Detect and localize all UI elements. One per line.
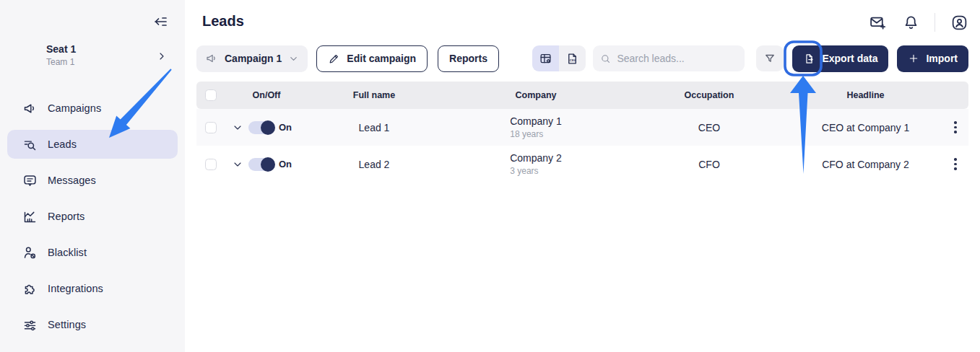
onoff-toggle[interactable] <box>248 158 273 171</box>
chevron-right-icon <box>156 50 168 62</box>
lead-company: Company 1 <box>510 115 562 127</box>
sidebar-item-leads[interactable]: Leads <box>7 130 178 159</box>
search-input[interactable] <box>617 53 737 64</box>
sliders-icon <box>22 317 38 333</box>
column-header-occupation: Occupation <box>630 90 789 100</box>
plus-icon <box>908 53 919 64</box>
header-divider <box>935 13 935 32</box>
user-avatar-icon[interactable] <box>950 13 968 32</box>
seat-selector[interactable]: Seat 1 Team 1 <box>0 43 185 67</box>
sidebar-item-label: Leads <box>48 138 77 150</box>
export-data-button[interactable]: Export data <box>792 45 888 72</box>
csv-view-button[interactable]: CSV <box>559 45 586 71</box>
collapse-sidebar-icon[interactable] <box>150 12 170 32</box>
sidebar-item-integrations[interactable]: Integrations <box>7 274 178 303</box>
sidebar-item-blacklist[interactable]: Blacklist <box>7 238 178 267</box>
lead-company-tenure: 3 years <box>510 166 562 176</box>
column-header-company: Company <box>442 90 630 100</box>
megaphone-icon <box>205 52 218 65</box>
page-title: Leads <box>202 13 244 30</box>
lead-headline: CFO at Company 2 <box>789 159 942 170</box>
blocked-user-icon <box>22 245 38 260</box>
leads-table: On/Off Full name Company Occupation Head… <box>196 82 968 182</box>
lead-company: Company 2 <box>510 152 562 164</box>
row-menu-kebab-icon[interactable] <box>942 121 968 133</box>
puzzle-icon <box>22 281 38 296</box>
lead-occupation: CFO <box>630 159 789 170</box>
sidebar-item-messages[interactable]: Messages <box>7 166 178 195</box>
table-columns-gear-icon <box>539 52 552 66</box>
header-icons <box>868 13 968 32</box>
funnel-icon <box>763 52 776 65</box>
csv-file-icon: CSV <box>565 52 579 66</box>
onoff-toggle[interactable] <box>248 121 273 134</box>
chart-icon <box>22 208 38 224</box>
sidebar-item-label: Integrations <box>48 283 103 294</box>
campaign-selector-label: Campaign 1 <box>225 53 282 64</box>
import-label: Import <box>926 53 958 64</box>
pencil-icon <box>328 53 340 65</box>
sidebar-item-label: Messages <box>48 175 96 186</box>
table-view-button[interactable] <box>532 45 559 71</box>
table-header-row: On/Off Full name Company Occupation Head… <box>196 82 968 109</box>
edit-campaign-label: Edit campaign <box>347 53 416 64</box>
view-toggle: CSV <box>532 45 586 71</box>
chevron-down-icon <box>288 53 299 64</box>
toolbar: Campaign 1 Edit campaign Reports <box>196 45 968 72</box>
main-content: Leads Campaign 1 <box>185 0 980 352</box>
sidebar-item-campaigns[interactable]: Campaigns <box>7 94 178 123</box>
sidebar-item-label: Settings <box>48 319 86 330</box>
column-header-onoff: On/Off <box>227 90 306 100</box>
toggle-knob <box>261 157 275 172</box>
sidebar: Seat 1 Team 1 Campaigns Leads <box>0 0 185 352</box>
filter-button[interactable] <box>756 45 784 71</box>
lead-company-tenure: 18 years <box>510 129 562 139</box>
lead-fullname: Lead 2 <box>306 159 442 170</box>
lead-fullname: Lead 1 <box>306 122 442 133</box>
reports-button[interactable]: Reports <box>438 45 499 72</box>
sidebar-item-reports[interactable]: Reports <box>7 202 178 231</box>
export-data-label: Export data <box>822 53 877 64</box>
sidebar-nav: Campaigns Leads Messages <box>0 94 185 346</box>
column-header-fullname: Full name <box>306 90 442 100</box>
row-checkbox[interactable] <box>205 122 217 133</box>
expand-row-chevron-icon[interactable] <box>227 122 248 133</box>
select-all-checkbox[interactable] <box>205 89 217 101</box>
row-menu-kebab-icon[interactable] <box>942 158 968 170</box>
search-box <box>593 45 745 71</box>
toggle-label: On <box>279 122 292 133</box>
sidebar-item-label: Blacklist <box>48 247 87 258</box>
column-header-headline: Headline <box>789 90 942 100</box>
table-row: On Lead 2 Company 2 3 years CFO CFO at C… <box>196 146 968 182</box>
toggle-knob <box>261 120 275 135</box>
sidebar-item-label: Reports <box>48 211 84 222</box>
import-button[interactable]: Import <box>897 45 968 72</box>
toggle-label: On <box>279 159 292 170</box>
lead-occupation: CEO <box>630 122 789 133</box>
export-file-icon <box>803 53 815 65</box>
lead-search-icon <box>22 136 38 152</box>
megaphone-icon <box>22 100 38 116</box>
mail-plus-icon[interactable] <box>868 13 887 32</box>
svg-text:CSV: CSV <box>570 58 576 62</box>
row-checkbox[interactable] <box>205 159 217 170</box>
table-row: On Lead 1 Company 1 18 years CEO CEO at … <box>196 109 968 146</box>
lead-headline: CEO at Company 1 <box>789 122 942 133</box>
chat-bubble-icon <box>22 172 38 188</box>
search-icon <box>600 53 611 65</box>
reports-label: Reports <box>449 53 487 64</box>
sidebar-item-settings[interactable]: Settings <box>7 310 178 339</box>
campaign-selector[interactable]: Campaign 1 <box>196 45 308 72</box>
expand-row-chevron-icon[interactable] <box>227 159 248 170</box>
bell-icon[interactable] <box>901 13 920 32</box>
sidebar-item-label: Campaigns <box>48 102 101 114</box>
edit-campaign-button[interactable]: Edit campaign <box>316 45 428 72</box>
